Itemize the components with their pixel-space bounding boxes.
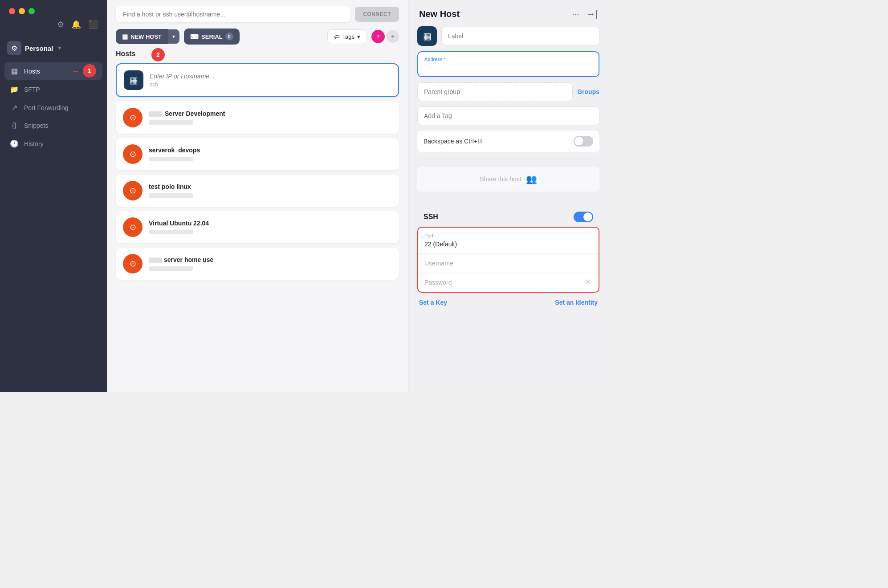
right-panel: New Host ··· →| ▦ Address * 3 xyxy=(408,0,608,392)
ssh-fields-container: Port 👁 4 xyxy=(417,227,599,293)
ssh-toggle[interactable] xyxy=(574,212,593,222)
divider-2 xyxy=(417,199,599,199)
username-input[interactable] xyxy=(424,260,592,267)
host-info-1: Server Development xyxy=(149,110,225,125)
sidebar-item-history[interactable]: 🕐 History xyxy=(4,135,102,152)
set-identity-link[interactable]: Set an Identity xyxy=(555,299,598,306)
tag-icon: 🏷 xyxy=(334,33,340,40)
host-info-5: server home use xyxy=(149,256,213,271)
host-icon-ubuntu-1: ⊙ xyxy=(123,108,143,127)
backspace-label: Backspace as Ctrl+H xyxy=(424,138,482,145)
search-input[interactable] xyxy=(123,11,343,18)
sidebar-item-sftp[interactable]: 📁 SFTP xyxy=(4,81,102,98)
new-host-btn-group: ▦ NEW HOST ▾ xyxy=(116,29,179,44)
sidebar-nav: ▦ Hosts ← 1 📁 SFTP ↗ Port Forwarding {} … xyxy=(0,62,107,152)
sidebar-item-snippets[interactable]: {} Snippets xyxy=(4,117,102,134)
host-name-4: Virtual Ubuntu 22.04 xyxy=(149,220,209,227)
host-icon-ubuntu-3: ⊙ xyxy=(123,181,143,200)
search-bar: CONNECT xyxy=(107,0,408,29)
ssh-username-field xyxy=(418,254,599,273)
add-tag-input[interactable] xyxy=(417,106,599,125)
new-host-icon: ▦ xyxy=(122,33,128,40)
panel-title: New Host xyxy=(419,9,460,19)
traffic-lights xyxy=(0,0,107,20)
tags-button[interactable]: 🏷 Tags ▾ xyxy=(327,29,367,44)
tags-label: Tags xyxy=(342,33,354,40)
divider-1 xyxy=(417,159,599,159)
address-label: Address * xyxy=(424,57,592,62)
host-addr-3 xyxy=(149,192,193,198)
main-content: CONNECT ▦ NEW HOST ▾ ⌨ SERIAL 0 2 ↑ xyxy=(107,0,408,392)
settings-icon[interactable]: ⚙ xyxy=(57,20,64,29)
host-card-4[interactable]: ⊙ Virtual Ubuntu 22.04 xyxy=(116,211,399,243)
serial-badge: 0 xyxy=(225,33,233,41)
backspace-toggle[interactable] xyxy=(574,136,593,147)
new-host-card[interactable]: ▦ ssh xyxy=(116,63,399,97)
annotation-1: 1 xyxy=(83,64,96,78)
hosts-icon: ▦ xyxy=(10,67,19,75)
parent-group-input[interactable] xyxy=(417,82,573,101)
sidebar-item-label-hosts: Hosts xyxy=(24,68,40,75)
panel-body: ▦ Address * 3 Groups Backspac xyxy=(408,26,608,317)
host-card-5[interactable]: ⊙ server home use xyxy=(116,248,399,280)
new-host-sub: ssh xyxy=(150,82,228,88)
new-host-name-input[interactable] xyxy=(150,73,228,80)
host-name-3: test polo linux xyxy=(149,183,193,190)
host-card-3[interactable]: ⊙ test polo linux xyxy=(116,175,399,207)
host-addr-1 xyxy=(149,119,225,125)
host-card-1[interactable]: ⊙ Server Development xyxy=(116,102,399,134)
parent-group-row: Groups xyxy=(417,82,599,101)
sidebar-item-label-port-forwarding: Port Forwarding xyxy=(24,104,69,111)
search-input-wrap xyxy=(116,6,350,22)
share-host-label: Share this host xyxy=(480,176,521,183)
bell-icon[interactable]: 🔔 xyxy=(71,20,81,29)
host-panel-icon: ▦ xyxy=(417,26,437,46)
close-window-button[interactable] xyxy=(9,8,15,14)
host-info-3: test polo linux xyxy=(149,183,193,198)
chevron-down-icon: ▾ xyxy=(58,45,61,51)
new-host-dropdown-button[interactable]: ▾ xyxy=(168,29,179,44)
host-icon-ubuntu-5: ⊙ xyxy=(123,254,143,274)
label-input[interactable] xyxy=(441,27,599,45)
password-input[interactable] xyxy=(424,279,592,286)
annotation-2: 2 xyxy=(151,48,165,61)
address-field-wrap: Address * xyxy=(417,51,599,77)
host-icon-ubuntu-4: ⊙ xyxy=(123,217,143,237)
sftp-icon: 📁 xyxy=(10,85,19,94)
host-addr-5 xyxy=(149,265,213,271)
host-icon-ubuntu-2: ⊙ xyxy=(123,144,143,164)
avatar-group: 7 + xyxy=(371,30,399,43)
sidebar-item-port-forwarding[interactable]: ↗ Port Forwarding xyxy=(4,99,102,116)
sidebar: ⚙ 🔔 ⬛ ⚙ Personal ▾ ▦ Hosts ← 1 📁 SFTP xyxy=(0,0,107,392)
maximize-window-button[interactable] xyxy=(29,8,35,14)
host-name-5: server home use xyxy=(149,256,213,263)
password-visibility-icon[interactable]: 👁 xyxy=(584,278,592,287)
hosts-section: Hosts ▦ ssh ⊙ Server Development xyxy=(107,50,408,392)
ssh-label: SSH xyxy=(424,213,438,221)
port-input[interactable] xyxy=(424,241,592,248)
toolbar: ▦ NEW HOST ▾ ⌨ SERIAL 0 2 ↑ 🏷 Tags ▾ xyxy=(107,29,408,50)
sidebar-top-icons: ⚙ 🔔 ⬛ xyxy=(0,20,107,37)
ssh-password-field: 👁 xyxy=(418,273,599,292)
address-input[interactable] xyxy=(424,64,592,71)
expand-panel-button[interactable]: →| xyxy=(587,9,598,19)
avatar-add-button[interactable]: + xyxy=(387,30,399,43)
terminal-icon[interactable]: ⬛ xyxy=(88,20,98,29)
sidebar-item-hosts[interactable]: ▦ Hosts ← 1 xyxy=(4,62,102,80)
ssh-port-field: Port xyxy=(418,228,599,254)
serial-button[interactable]: ⌨ SERIAL 0 xyxy=(184,29,240,45)
panel-header: New Host ··· →| xyxy=(408,0,608,26)
connect-button[interactable]: CONNECT xyxy=(355,7,399,22)
more-options-button[interactable]: ··· xyxy=(572,9,579,19)
profile-section[interactable]: ⚙ Personal ▾ xyxy=(0,37,107,62)
share-host-section: Share this host 👥 xyxy=(417,167,599,192)
chevron-down-icon-tags: ▾ xyxy=(357,33,360,40)
profile-icon: ⚙ xyxy=(7,41,21,55)
host-card-2[interactable]: ⊙ serverok_devops xyxy=(116,138,399,170)
minimize-window-button[interactable] xyxy=(19,8,25,14)
set-key-link[interactable]: Set a Key xyxy=(419,299,447,306)
new-host-button[interactable]: ▦ NEW HOST xyxy=(116,29,168,44)
history-icon: 🕐 xyxy=(10,139,19,148)
groups-link[interactable]: Groups xyxy=(577,88,599,95)
arrow-icon-1: ← xyxy=(71,66,80,76)
